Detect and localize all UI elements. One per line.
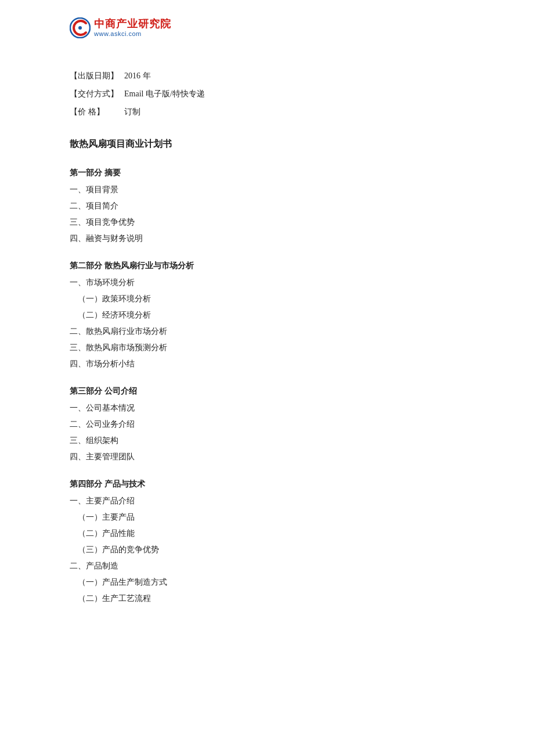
publish-date-label: 【出版日期】 xyxy=(70,67,122,85)
toc-item-1-3: 三、项目竞争优势 xyxy=(70,214,464,231)
toc-item-2-1: 一、市场环境分析 xyxy=(70,275,464,291)
main-title: 散热风扇项目商业计划书 xyxy=(70,138,464,150)
toc-item-4-7: （二）生产工艺流程 xyxy=(70,591,464,607)
price-label: 【价 格】 xyxy=(70,103,122,121)
toc-item-2-2: （一）政策环境分析 xyxy=(70,291,464,307)
delivery-value: Email 电子版/特快专递 xyxy=(124,85,205,103)
toc-item-4-4: （三）产品的竞争优势 xyxy=(70,542,464,558)
toc-item-3-4: 四、主要管理团队 xyxy=(70,449,464,465)
toc-part-1-title: 第一部分 摘要 xyxy=(70,168,464,178)
price-value: 订制 xyxy=(124,103,140,121)
logo-main-text: 中商产业研究院 xyxy=(94,18,171,31)
toc-part-2-title: 第二部分 散热风扇行业与市场分析 xyxy=(70,261,464,271)
toc-part-3-title: 第三部分 公司介绍 xyxy=(70,386,464,397)
toc-part-4: 第四部分 产品与技术 一、主要产品介绍 （一）主要产品 （二）产品性能 （三）产… xyxy=(70,479,464,607)
header: 中商产业研究院 www.askci.com xyxy=(70,17,464,44)
toc-item-2-4: 二、散热风扇行业市场分析 xyxy=(70,323,464,340)
toc-item-4-2: （一）主要产品 xyxy=(70,509,464,525)
toc-part-3: 第三部分 公司介绍 一、公司基本情况 二、公司业务介绍 三、组织架构 四、主要管… xyxy=(70,386,464,465)
logo-text-block: 中商产业研究院 www.askci.com xyxy=(94,18,171,38)
logo-wrapper: 中商产业研究院 www.askci.com xyxy=(70,17,171,38)
toc-item-2-5: 三、散热风扇市场预测分析 xyxy=(70,340,464,356)
toc-item-4-5: 二、产品制造 xyxy=(70,558,464,574)
meta-row-price: 【价 格】 订制 xyxy=(70,103,464,121)
toc-item-4-3: （二）产品性能 xyxy=(70,525,464,542)
meta-row-date: 【出版日期】 2016 年 xyxy=(70,67,464,85)
toc-item-3-2: 二、公司业务介绍 xyxy=(70,416,464,433)
toc-item-3-1: 一、公司基本情况 xyxy=(70,400,464,416)
delivery-label: 【交付方式】 xyxy=(70,85,122,103)
toc-item-4-6: （一）产品生产制造方式 xyxy=(70,574,464,591)
publish-date-value: 2016 年 xyxy=(124,67,151,85)
toc-item-3-3: 三、组织架构 xyxy=(70,433,464,449)
logo-icon xyxy=(70,17,91,38)
logo-sub-text: www.askci.com xyxy=(94,30,171,38)
svg-point-1 xyxy=(78,26,82,30)
toc-part-1: 第一部分 摘要 一、项目背景 二、项目简介 三、项目竞争优势 四、融资与财务说明 xyxy=(70,168,464,247)
page-container: 中商产业研究院 www.askci.com 【出版日期】 2016 年 【交付方… xyxy=(0,0,534,756)
toc-container: 第一部分 摘要 一、项目背景 二、项目简介 三、项目竞争优势 四、融资与财务说明… xyxy=(70,168,464,607)
meta-section: 【出版日期】 2016 年 【交付方式】 Email 电子版/特快专递 【价 格… xyxy=(70,67,464,121)
toc-item-1-2: 二、项目简介 xyxy=(70,198,464,214)
toc-item-2-3: （二）经济环境分析 xyxy=(70,307,464,323)
toc-item-1-1: 一、项目背景 xyxy=(70,182,464,198)
toc-item-4-1: 一、主要产品介绍 xyxy=(70,493,464,509)
toc-item-1-4: 四、融资与财务说明 xyxy=(70,231,464,247)
meta-row-delivery: 【交付方式】 Email 电子版/特快专递 xyxy=(70,85,464,103)
toc-part-2: 第二部分 散热风扇行业与市场分析 一、市场环境分析 （一）政策环境分析 （二）经… xyxy=(70,261,464,372)
toc-item-2-6: 四、市场分析小结 xyxy=(70,356,464,372)
toc-part-4-title: 第四部分 产品与技术 xyxy=(70,479,464,489)
